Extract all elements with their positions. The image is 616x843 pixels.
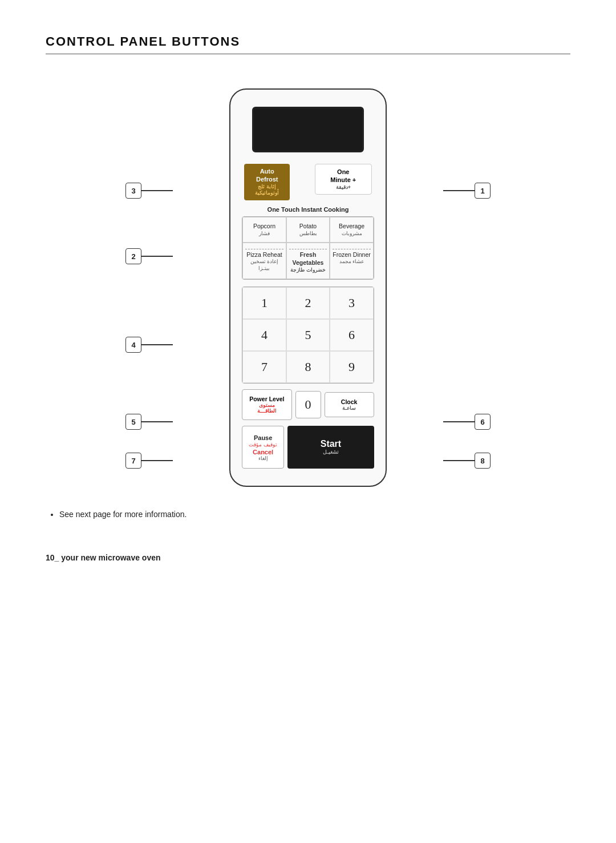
top-buttons-row: AutoDefrost إثابة ثلجأوتوماتيكية OneMinu… (242, 164, 374, 200)
key-0[interactable]: 0 (295, 391, 321, 418)
key-5[interactable]: 5 (286, 319, 330, 351)
callout-7: 7 (125, 453, 173, 469)
callout-box-3: 3 (125, 183, 141, 199)
callout-line-1 (443, 190, 475, 191)
callout-6: 6 (443, 414, 491, 430)
key-9[interactable]: 9 (330, 351, 374, 383)
key-6[interactable]: 6 (330, 319, 374, 351)
potato-button[interactable]: Potato بطاطس (286, 217, 330, 243)
cancel-label: Cancel (247, 449, 279, 455)
clock-label: Clock (341, 398, 358, 405)
note-item: See next page for more information. (59, 510, 570, 519)
callout-box-8: 8 (475, 453, 491, 469)
key-8[interactable]: 8 (286, 351, 330, 383)
power-level-label: Power Level (249, 396, 284, 402)
callout-8: 8 (443, 453, 491, 469)
callout-line-5 (141, 421, 173, 422)
page-container: CONTROL PANEL BUTTONS 3 2 4 5 (0, 0, 616, 596)
key-7[interactable]: 7 (242, 351, 286, 383)
cancel-arabic: إلغاء (247, 455, 279, 461)
key-4[interactable]: 4 (242, 319, 286, 351)
page-title: CONTROL PANEL BUTTONS (46, 34, 570, 54)
callout-box-1: 1 (475, 183, 491, 199)
start-arabic: تشغيـل (299, 449, 363, 455)
pause-arabic: توقيف مؤقت (247, 442, 279, 447)
power-level-button[interactable]: Power Level مستوىالطاقـــة (242, 389, 291, 420)
callout-line-4 (141, 344, 173, 345)
bottom-row: Power Level مستوىالطاقـــة 0 Clock ساعـة (242, 389, 374, 420)
action-row: Pause توقيف مؤقت Cancel إلغاء Start تشغي… (242, 426, 374, 469)
diagram-area: 3 2 4 5 7 (46, 83, 570, 487)
beverage-label: Beverage (339, 223, 364, 229)
callout-line-3 (141, 190, 173, 191)
callout-line-6 (443, 421, 475, 422)
quick-cook-grid: Popcorn فشار Potato بطاطس Beverage مشروب… (242, 216, 374, 280)
callout-5: 5 (125, 414, 173, 430)
beverage-arabic: مشروبات (333, 231, 371, 237)
clock-button[interactable]: Clock ساعـة (325, 392, 374, 417)
key-3[interactable]: 3 (330, 287, 374, 319)
callout-box-7: 7 (125, 453, 141, 469)
callout-4: 4 (125, 337, 173, 353)
callout-2: 2 (125, 248, 173, 264)
one-touch-label: One Touch Instant Cooking (242, 206, 374, 213)
popcorn-button[interactable]: Popcorn فشار (242, 217, 286, 243)
footer-text: your new microwave oven (61, 553, 160, 562)
page-footer: 10_ your new microwave oven (46, 553, 570, 562)
key-2[interactable]: 2 (286, 287, 330, 319)
callout-1: 1 (443, 183, 491, 199)
clock-arabic: ساعـة (330, 405, 369, 411)
note-section: See next page for more information. (46, 510, 570, 519)
fresh-vegetables-label: FreshVegetables (293, 251, 324, 267)
power-level-arabic: مستوىالطاقـــة (247, 402, 286, 414)
frozen-dinner-arabic: عشاء مجمد (333, 259, 371, 265)
start-label: Start (321, 439, 341, 449)
callout-3: 3 (125, 183, 173, 199)
auto-defrost-label: AutoDefrost (256, 168, 278, 183)
callout-line-2 (141, 256, 173, 257)
fresh-vegetables-arabic: خضروات طازجة (289, 267, 327, 274)
popcorn-label: Popcorn (253, 223, 275, 229)
callout-box-5: 5 (125, 414, 141, 430)
potato-label: Potato (299, 223, 317, 229)
auto-defrost-button[interactable]: AutoDefrost إثابة ثلجأوتوماتيكية (244, 164, 290, 200)
number-pad: 1 2 3 4 5 6 7 8 9 (242, 287, 374, 384)
key-1[interactable]: 1 (242, 287, 286, 319)
page-number: 10_ (46, 553, 59, 562)
callout-box-6: 6 (475, 414, 491, 430)
auto-defrost-arabic: إثابة ثلجأوتوماتيكية (250, 184, 284, 197)
one-minute-button[interactable]: OneMinute + دقيقة+ (315, 164, 372, 195)
pizza-reheat-button[interactable]: Pizza Reheat إعادة تسخينبيتـزا (242, 243, 286, 279)
frozen-dinner-label: Frozen Dinner (333, 251, 371, 258)
pause-label: Pause (254, 434, 272, 441)
display-screen (252, 107, 364, 152)
callout-line-8 (443, 460, 475, 461)
start-button[interactable]: Start تشغيـل (287, 426, 374, 469)
one-minute-arabic: دقيقة+ (321, 184, 366, 191)
microwave-control-panel: AutoDefrost إثابة ثلجأوتوماتيكية OneMinu… (229, 88, 387, 487)
one-minute-label: OneMinute + (330, 168, 356, 183)
pizza-reheat-label: Pizza Reheat (246, 251, 282, 258)
panel-with-callouts: 3 2 4 5 7 (108, 83, 508, 487)
frozen-dinner-button[interactable]: Frozen Dinner عشاء مجمد (330, 243, 374, 279)
beverage-button[interactable]: Beverage مشروبات (330, 217, 374, 243)
fresh-vegetables-button[interactable]: FreshVegetables خضروات طازجة (286, 243, 330, 279)
popcorn-arabic: فشار (245, 231, 283, 237)
potato-arabic: بطاطس (289, 231, 327, 237)
callout-line-7 (141, 460, 173, 461)
pause-cancel-button[interactable]: Pause توقيف مؤقت Cancel إلغاء (242, 426, 284, 469)
callout-box-2: 2 (125, 248, 141, 264)
pizza-reheat-arabic: إعادة تسخينبيتـزا (245, 259, 283, 272)
callout-box-4: 4 (125, 337, 141, 353)
